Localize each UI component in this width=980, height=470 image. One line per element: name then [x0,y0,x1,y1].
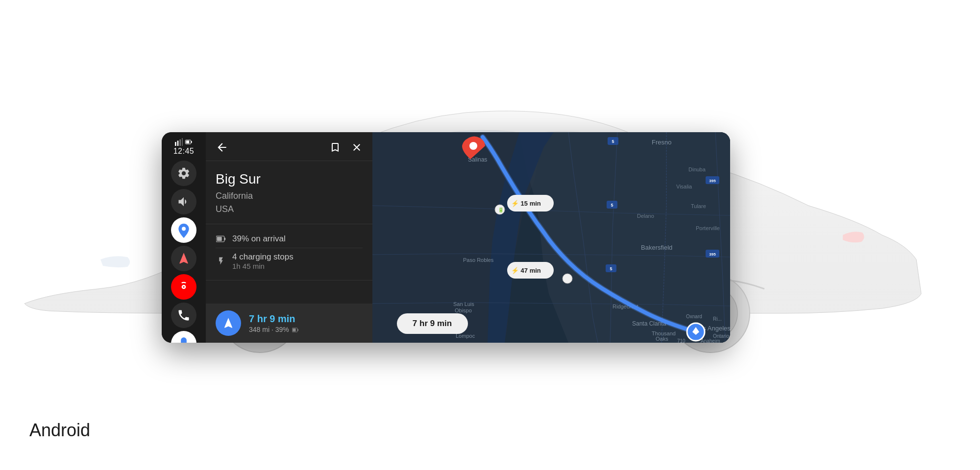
charging-stat: 4 charging stops 1h 45 min [216,249,363,273]
svg-rect-11 [182,138,183,146]
phone-button[interactable] [171,303,196,328]
svg-text:Visalia: Visalia [676,184,692,189]
svg-text:🔋: 🔋 [498,207,504,213]
svg-rect-13 [186,141,190,143]
svg-text:⚡ 47 min: ⚡ 47 min [511,266,541,275]
svg-text:Oxnard: Oxnard [686,314,702,319]
close-button[interactable] [351,141,363,153]
svg-text:Bakersfield: Bakersfield [641,244,672,251]
google-maps-icon [176,222,192,238]
battery-small-icon [216,235,226,242]
svg-text:7 hr 9 min: 7 hr 9 min [413,319,452,328]
gear-icon [177,166,191,180]
status-bar: 12:45 [173,138,195,156]
time-display: 12:45 [173,147,195,156]
svg-point-65 [563,274,572,283]
volume-icon [177,195,191,209]
youtube-music-icon [177,281,190,293]
svg-point-15 [182,227,186,231]
svg-text:Fresno: Fresno [652,139,671,146]
eta-time: 7 hr 9 min [249,313,299,325]
signal-icon [175,138,183,146]
lightning-icon [217,256,225,266]
svg-text:Porterville: Porterville [696,225,720,231]
destination-name: Big Sur [216,171,363,188]
navigate-button[interactable] [216,310,241,336]
svg-rect-9 [177,141,179,146]
svg-point-18 [183,286,184,287]
battery-stat: 39% on arrival [216,231,363,247]
sidebar: 12:45 [162,132,206,343]
microphone-icon [177,337,191,343]
svg-text:Delano: Delano [637,213,654,219]
svg-text:Paso Robles: Paso Robles [463,257,494,263]
eta-details: 7 hr 9 min 348 mi · 39% [249,313,299,333]
svg-text:5: 5 [610,266,612,271]
svg-text:San Luis: San Luis [453,301,474,307]
svg-text:Tulare: Tulare [691,203,706,209]
charging-icon [216,256,226,266]
compass-icon [177,252,191,265]
svg-point-68 [469,142,477,150]
svg-text:5: 5 [611,203,613,208]
nav-panel: Big Sur California USA 39% on arrival [206,132,372,343]
svg-rect-10 [179,140,181,146]
svg-rect-21 [224,237,226,240]
google-maps-button[interactable] [171,217,196,243]
battery-arrival-text: 39% on arrival [232,234,286,244]
svg-text:Oaks: Oaks [656,336,668,342]
charging-time-text: 1h 45 min [232,262,294,270]
svg-text:395: 395 [709,252,716,257]
svg-text:Anaheim: Anaheim [701,338,720,343]
svg-text:Ri...: Ri... [713,316,722,322]
back-arrow-icon [216,141,228,154]
eta-bar: 7 hr 9 min 348 mi · 39% [206,304,372,343]
svg-text:⚡ 15 min: ⚡ 15 min [511,199,541,208]
navigate-arrow-icon [222,317,235,329]
youtube-music-button[interactable] [171,274,196,300]
bookmark-icon [329,141,341,153]
svg-rect-14 [191,141,192,143]
map-panel: 5 5 5 395 395 Fresno Dinuba Visalia Tula… [372,132,730,343]
assistant-button[interactable] [171,331,196,343]
svg-text:395: 395 [709,179,716,183]
destination-region: California USA [216,189,363,216]
svg-rect-20 [217,236,222,240]
nav-direction-button[interactable] [171,246,196,271]
settings-button[interactable] [171,161,196,186]
svg-rect-24 [297,329,298,331]
svg-text:Dinuba: Dinuba [688,166,706,172]
phone-icon [177,308,191,322]
svg-text:5: 5 [612,139,614,144]
nav-header [206,132,372,161]
android-brand: Android [29,420,90,441]
close-icon [351,141,363,153]
nav-action-icons [329,141,363,153]
svg-text:710: 710 [677,338,686,343]
battery-tiny-icon [292,328,299,332]
battery-stat-icon [216,235,226,242]
battery-icon [185,138,193,146]
svg-rect-23 [293,329,295,331]
bookmark-button[interactable] [329,141,341,153]
charging-stops-text: 4 charging stops [232,252,294,262]
eta-sub: 348 mi · 39% [249,326,299,333]
trip-stats: 39% on arrival 4 charging stops 1h 45 mi… [206,224,372,281]
android-auto-ui: 12:45 [162,132,730,343]
volume-button[interactable] [171,189,196,214]
status-icons [175,138,193,146]
svg-rect-8 [175,142,176,146]
destination-info: Big Sur California USA [206,161,372,224]
map-svg: 5 5 5 395 395 Fresno Dinuba Visalia Tula… [372,132,730,343]
svg-text:Obispo: Obispo [455,307,472,313]
back-button[interactable] [216,141,228,154]
stat-divider [216,248,363,248]
